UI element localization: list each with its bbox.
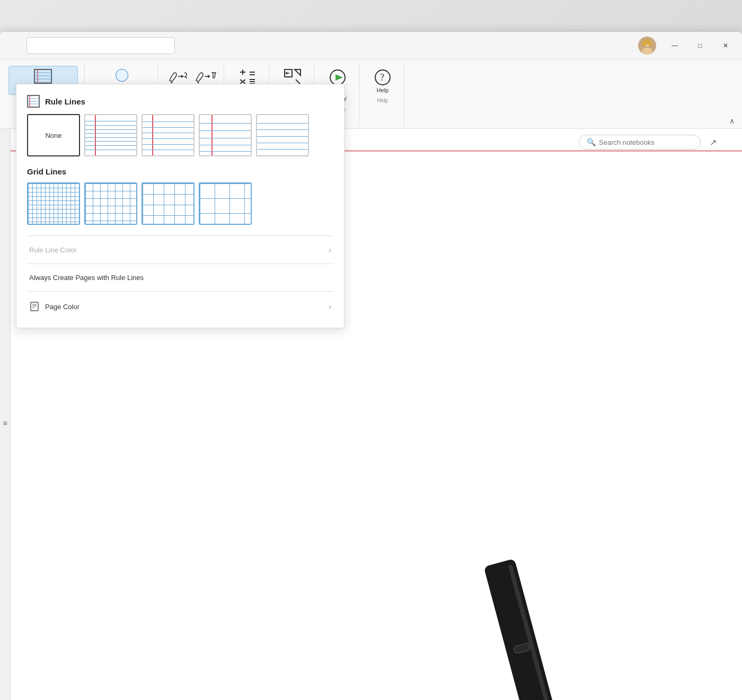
svg-point-13 — [116, 69, 128, 81]
divider-2 — [27, 264, 333, 264]
rule-option-narrow[interactable] — [84, 114, 137, 156]
svg-marker-19 — [181, 75, 184, 78]
svg-rect-40 — [484, 558, 559, 700]
svg-text:?: ? — [380, 72, 384, 83]
grid-option-small[interactable] — [27, 182, 80, 225]
help-button[interactable]: ? Help — [368, 66, 398, 95]
help-label: Help — [377, 87, 389, 93]
format-background-dropdown: Rule Lines None — [16, 84, 344, 328]
rule-line-color-item[interactable]: Rule Line Color › — [27, 240, 333, 259]
user-avatar[interactable] — [638, 37, 656, 55]
grid-option-large[interactable] — [142, 182, 195, 225]
page-color-icon — [29, 301, 40, 312]
rule-option-medium[interactable] — [142, 114, 195, 156]
svg-rect-6 — [34, 69, 51, 83]
stylus-decoration — [389, 513, 700, 700]
svg-point-4 — [642, 41, 646, 47]
search-notebooks-box[interactable]: 🔍 — [579, 135, 701, 150]
search-icon: 🔍 — [587, 138, 596, 146]
shapes-icon — [113, 68, 130, 85]
format-background-icon — [33, 68, 52, 84]
ribbon-group-help: ? Help Help — [361, 64, 404, 126]
svg-rect-43 — [508, 565, 551, 700]
grid-option-xlarge[interactable] — [199, 182, 252, 225]
always-create-pages-item[interactable]: Always Create Pages with Rule Lines — [27, 268, 333, 287]
hamburger-icon: ≡ — [3, 419, 7, 427]
rule-line-color-arrow: › — [329, 246, 331, 254]
window-controls: — □ ✕ — [662, 37, 738, 54]
minimize-button[interactable]: — — [662, 37, 687, 54]
grid-option-medium[interactable] — [84, 182, 137, 225]
page-color-label: Page Color — [45, 303, 80, 311]
svg-rect-42 — [513, 643, 531, 654]
rule-lines-title: Rule Lines — [45, 97, 85, 106]
expand-button[interactable]: ↗ — [705, 134, 721, 150]
rule-option-no-margin[interactable] — [256, 114, 309, 156]
rule-lines-icon — [27, 95, 40, 108]
svg-marker-34 — [285, 72, 287, 75]
svg-marker-32 — [295, 69, 301, 75]
app-window: — □ ✕ — [0, 32, 742, 700]
ribbon-collapse-button[interactable]: ∧ — [726, 116, 738, 126]
rule-lines-grid: None — [27, 114, 333, 156]
search-notebooks-input[interactable] — [599, 138, 693, 146]
search-notebooks-area: 🔍 ↗ — [579, 134, 721, 150]
help-group-label: Help — [368, 97, 398, 103]
grid-lines-title: Grid Lines — [27, 167, 333, 176]
svg-point-5 — [649, 41, 652, 47]
rule-option-none[interactable]: None — [27, 114, 80, 156]
close-button[interactable]: ✕ — [713, 37, 738, 54]
grid-lines-grid — [27, 182, 333, 225]
maximize-button[interactable]: □ — [688, 37, 712, 54]
divider-1 — [27, 235, 333, 236]
svg-marker-20 — [208, 75, 210, 78]
page-color-item[interactable]: Page Color › — [27, 296, 333, 317]
help-icon: ? — [373, 68, 392, 87]
title-bar: — □ ✕ — [0, 32, 742, 59]
divider-3 — [27, 291, 333, 292]
sidebar-toggle[interactable]: ≡ — [0, 129, 11, 700]
rule-lines-section-header: Rule Lines — [27, 95, 333, 108]
title-search-box[interactable] — [26, 37, 175, 54]
svg-rect-49 — [31, 302, 38, 311]
page-color-arrow: › — [329, 302, 331, 311]
page-color-left: Page Color — [29, 301, 80, 312]
rule-option-wide[interactable] — [199, 114, 252, 156]
svg-marker-37 — [335, 74, 343, 81]
rule-line-color-label: Rule Line Color — [29, 246, 77, 254]
